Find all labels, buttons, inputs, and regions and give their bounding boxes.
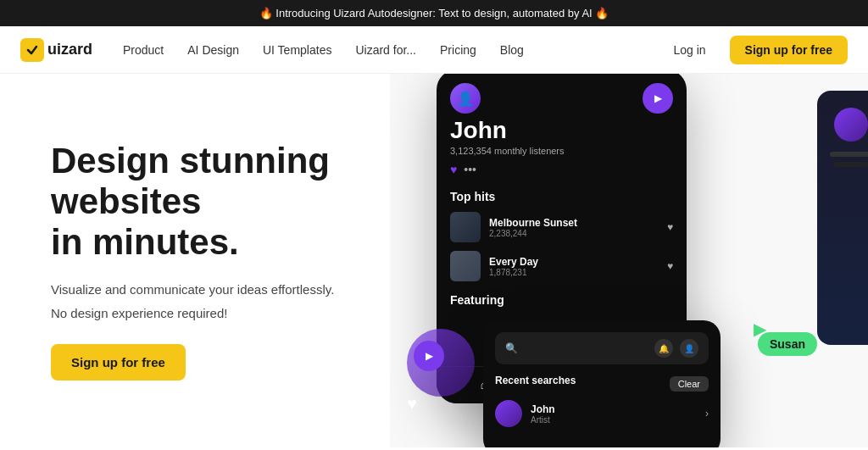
result-arrow-icon[interactable]: › <box>705 408 709 419</box>
search-bar-actions: 🔔 👤 <box>654 339 698 358</box>
hero-title-line1: Design stunning <box>51 141 330 181</box>
user-icon-small[interactable]: 👤 <box>680 339 698 358</box>
login-button[interactable]: Log in <box>659 36 719 64</box>
artist-avatar: 👤 <box>450 83 481 114</box>
peek-avatar <box>834 108 868 142</box>
banner-text: 🔥 Introducing Uizard Autodesigner: Text … <box>259 7 609 19</box>
result-thumbnail <box>495 400 522 427</box>
featuring-section: Featuring <box>450 293 673 307</box>
navbar: uizard Product AI Design UI Templates Ui… <box>0 26 868 74</box>
track-thumb-1 <box>450 212 481 242</box>
nav-link-pricing[interactable]: Pricing <box>430 36 487 64</box>
track-count-1: 2,238,244 <box>489 229 659 238</box>
nav-link-aidesign[interactable]: AI Design <box>177 36 249 64</box>
susan-label: Susan <box>758 332 817 356</box>
logo-text: uizard <box>47 41 92 58</box>
artist-name: John <box>450 117 673 144</box>
heart-icon[interactable]: ♥ <box>450 163 457 176</box>
nav-link-blog[interactable]: Blog <box>490 36 534 64</box>
heart-bottom-left-icon[interactable]: ♥ <box>407 394 417 414</box>
track-info-2: Every Day 1,878,231 <box>489 256 659 277</box>
track-heart-1[interactable]: ♥ <box>667 221 673 233</box>
track-item-1: Melbourne Sunset 2,238,244 ♥ <box>450 212 673 242</box>
search-result-item: John Artist › <box>495 400 709 427</box>
dots-icon[interactable]: ••• <box>464 163 476 176</box>
notification-icon[interactable]: 🔔 <box>654 339 673 358</box>
track-item-2: Every Day 1,878,231 ♥ <box>450 251 673 281</box>
artist-header: 👤 ▶ <box>450 83 673 114</box>
clear-button[interactable]: Clear <box>670 376 709 392</box>
hero-subtitle1: Visualize and communicate your ideas eff… <box>51 281 348 300</box>
nav-links: Product AI Design UI Templates Uizard fo… <box>113 36 659 64</box>
hero-title: Design stunning websites in minutes. <box>51 141 348 264</box>
result-type: Artist <box>531 415 555 425</box>
recent-searches-row: Recent searches Clear <box>495 375 709 393</box>
track-info-1: Melbourne Sunset 2,238,244 <box>489 217 659 238</box>
logo[interactable]: uizard <box>20 38 92 62</box>
top-banner: 🔥 Introducing Uizard Autodesigner: Text … <box>0 0 868 26</box>
peek-bar2 <box>834 162 868 167</box>
hero-left: Design stunning websites in minutes. Vis… <box>0 74 390 447</box>
track-name-1: Melbourne Sunset <box>489 217 659 229</box>
play-button-top[interactable]: ▶ <box>643 83 673 114</box>
result-details: John Artist <box>531 403 555 425</box>
hero-signup-button[interactable]: Sign up for free <box>51 344 186 381</box>
heart-dots-row: ♥ ••• <box>450 163 673 176</box>
nav-link-uitemplates[interactable]: UI Templates <box>253 36 342 64</box>
peek-bar1 <box>830 152 868 157</box>
play-button-float[interactable]: ▶ <box>414 341 444 371</box>
result-name: John <box>531 403 555 415</box>
hero-subtitle2: No design experience required! <box>51 306 348 320</box>
nav-link-product[interactable]: Product <box>113 36 174 64</box>
phone-right-inner <box>817 91 868 345</box>
phone-search-mockup: 🔍 🔔 👤 Recent searches Clear John Artist … <box>483 320 721 447</box>
hero-title-line2: websites <box>51 181 201 221</box>
phone-right-peek <box>817 91 868 345</box>
track-heart-2[interactable]: ♥ <box>667 260 673 272</box>
recent-searches-label: Recent searches <box>495 375 576 386</box>
track-count-2: 1,878,231 <box>489 268 659 277</box>
hero-right: 👤 ▶ John 3,123,354 monthly listeners ♥ •… <box>390 74 868 447</box>
top-hits-label: Top hits <box>450 190 673 203</box>
monthly-listeners: 3,123,354 monthly listeners <box>450 146 673 156</box>
nav-signup-button[interactable]: Sign up for free <box>730 36 848 64</box>
track-name-2: Every Day <box>489 256 659 268</box>
search-bar[interactable]: 🔍 🔔 👤 <box>495 332 709 364</box>
nav-actions: Log in Sign up for free <box>659 36 848 64</box>
featuring-label: Featuring <box>450 293 673 307</box>
hero-title-line3: in minutes. <box>51 222 239 262</box>
search-icon: 🔍 <box>505 342 518 354</box>
track-thumb-2 <box>450 251 481 281</box>
main-content: Design stunning websites in minutes. Vis… <box>0 74 868 447</box>
nav-link-uizardfor[interactable]: Uizard for... <box>345 36 426 64</box>
logo-icon <box>20 38 44 62</box>
